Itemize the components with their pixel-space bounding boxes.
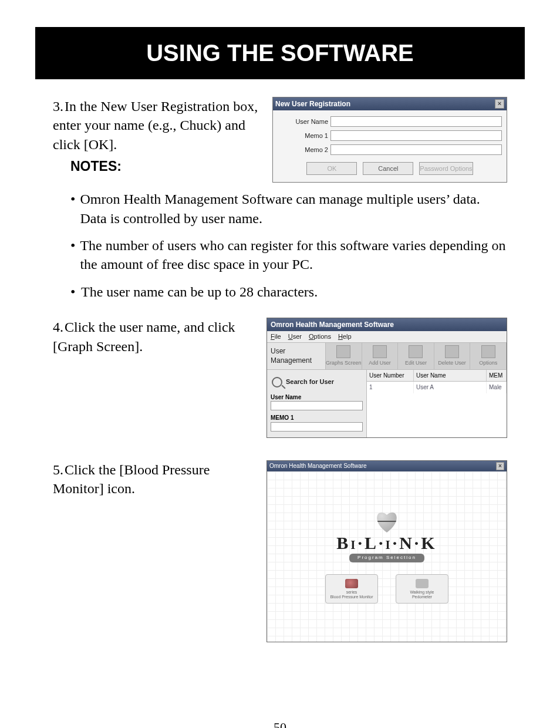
- search-header: Search for User: [272, 377, 363, 387]
- page-content: 3.In the New User Registration box, ente…: [53, 97, 507, 642]
- step-5-row: 5.Click the [Blood Pressure Monitor] ico…: [53, 460, 507, 642]
- close-icon[interactable]: ×: [495, 99, 504, 109]
- close-icon[interactable]: ×: [496, 462, 504, 470]
- memo1-label: Memo 1: [278, 132, 330, 140]
- user-name-label: User Name: [278, 117, 330, 126]
- window3-body: Bi·L·i·N·K Program Selection series Bloo…: [267, 471, 507, 642]
- memo2-input[interactable]: [330, 144, 502, 155]
- delete-user-icon: [445, 345, 459, 358]
- step-4-row: 4.Click the user name, and click [Graph …: [53, 318, 507, 437]
- note-text: Omron Health Management Software can man…: [80, 190, 507, 228]
- page-number: 50: [0, 720, 560, 728]
- user-management-label: User Management: [267, 343, 326, 369]
- user-list-row[interactable]: 1 User A Male: [367, 382, 507, 393]
- search-header-label: Search for User: [286, 378, 334, 386]
- search-icon: [272, 377, 282, 387]
- bilink-logo-area: Bi·L·i·N·K Program Selection: [336, 509, 437, 562]
- menu-help[interactable]: Help: [338, 332, 352, 341]
- memo1-row: Memo 1: [278, 130, 502, 141]
- col-user-number: User Number: [367, 370, 414, 382]
- notes-heading: NOTES:: [70, 157, 264, 176]
- note-item: •Omron Health Management Software can ma…: [70, 190, 507, 228]
- program-selection-label: Program Selection: [349, 554, 424, 562]
- page-title-banner: USING THE SOFTWARE: [35, 27, 525, 79]
- menu-bar: File User Options Help: [267, 331, 507, 342]
- window3-title: Omron Health Management Software: [269, 462, 367, 470]
- memo2-row: Memo 2: [278, 144, 502, 155]
- cell-user-name: User A: [414, 382, 487, 393]
- delete-user-button[interactable]: Delete User: [434, 343, 471, 369]
- bpm-line1: series: [346, 590, 357, 595]
- edit-user-button[interactable]: Edit User: [398, 343, 434, 369]
- user-name-row: User Name: [278, 116, 502, 127]
- user-name-input[interactable]: [330, 116, 502, 127]
- bullet-icon: •: [70, 282, 76, 301]
- note-item: •The number of users who can register fo…: [70, 236, 507, 274]
- step-5-body: Click the [Blood Pressure Monitor] icon.: [53, 462, 210, 496]
- col-user-name: User Name: [414, 370, 487, 382]
- cell-user-number: 1: [367, 382, 414, 393]
- memo2-label: Memo 2: [278, 146, 330, 154]
- pedometer-button[interactable]: Walking style Pedometer: [396, 574, 448, 604]
- note-item: •The user name can be up to 28 character…: [70, 282, 507, 301]
- password-options-button[interactable]: Password Options: [419, 162, 473, 175]
- blood-pressure-monitor-button[interactable]: series Blood Pressure Monitor: [325, 574, 378, 604]
- step-5-number: 5.: [53, 460, 65, 479]
- ok-button[interactable]: OK: [306, 162, 357, 175]
- col-mem: MEM: [487, 370, 507, 382]
- options-icon: [481, 345, 495, 358]
- user-list-header: User Number User Name MEM: [367, 370, 507, 382]
- note-text: The user name can be up to 28 characters…: [81, 282, 318, 301]
- dialog-title: New User Registration: [275, 99, 350, 109]
- program-icon-row: series Blood Pressure Monitor Walking st…: [325, 574, 448, 604]
- memo1-input[interactable]: [330, 130, 502, 141]
- cancel-button[interactable]: Cancel: [363, 162, 413, 175]
- search-user-name-label: User Name: [271, 393, 363, 402]
- dialog-button-row: OK Cancel Password Options: [278, 159, 502, 178]
- search-memo1-label: MEMO 1: [271, 414, 363, 422]
- heart-icon: [374, 509, 400, 532]
- add-user-button[interactable]: Add User: [362, 343, 399, 369]
- menu-file[interactable]: File: [271, 332, 281, 341]
- bpm-icon: [345, 579, 358, 588]
- dialog-titlebar: New User Registration ×: [273, 97, 507, 110]
- options-button[interactable]: Options: [470, 343, 507, 369]
- notes-list: •Omron Health Management Software can ma…: [70, 190, 507, 301]
- step-4-body: Click the user name, and click [Graph Sc…: [53, 319, 235, 353]
- window2-titlebar: Omron Health Management Software: [267, 318, 507, 331]
- bilink-window: Omron Health Management Software × Bi·L·…: [266, 460, 507, 642]
- step-3-body: In the New User Registration box, enter …: [53, 99, 258, 152]
- graphs-screen-icon: [336, 345, 350, 358]
- step-3-number: 3.: [53, 97, 65, 116]
- bullet-icon: •: [70, 190, 75, 228]
- manual-page: USING THE SOFTWARE 3.In the New User Reg…: [0, 27, 560, 728]
- search-memo1-input[interactable]: [271, 422, 363, 432]
- toolbar: User Management Graphs Screen Add User E…: [267, 342, 507, 369]
- user-management-window: Omron Health Management Software File Us…: [266, 318, 507, 437]
- cell-mem: Male: [487, 382, 507, 393]
- search-panel: Search for User User Name MEMO 1: [267, 370, 367, 437]
- pedometer-icon: [416, 579, 429, 588]
- new-user-registration-dialog: New User Registration × User Name Memo 1…: [272, 97, 507, 183]
- window2-body: Search for User User Name MEMO 1 User Nu…: [267, 370, 507, 437]
- note-text: The number of users who can register for…: [80, 236, 507, 274]
- bilink-brand: Bi·L·i·N·K: [336, 531, 437, 555]
- bpm-line2: Blood Pressure Monitor: [330, 595, 373, 599]
- search-user-name-input[interactable]: [271, 401, 363, 410]
- step-3-text: 3.In the New User Registration box, ente…: [53, 97, 264, 180]
- step-3-row: 3.In the New User Registration box, ente…: [53, 97, 507, 183]
- menu-options[interactable]: Options: [309, 332, 331, 341]
- user-list: User Number User Name MEM 1 User A Male: [367, 370, 507, 437]
- step-4-text: 4.Click the user name, and click [Graph …: [53, 318, 258, 356]
- step-5-text: 5.Click the [Blood Pressure Monitor] ico…: [53, 460, 258, 498]
- dialog-body: User Name Memo 1 Memo 2 OK Cancel P: [273, 110, 507, 182]
- edit-user-icon: [409, 345, 423, 358]
- step-4-number: 4.: [53, 318, 65, 336]
- window3-titlebar: Omron Health Management Software ×: [267, 461, 507, 471]
- bullet-icon: •: [70, 236, 75, 274]
- ped-line1: Walking style: [410, 590, 434, 595]
- graphs-screen-button[interactable]: Graphs Screen: [326, 343, 362, 369]
- window2-title: Omron Health Management Software: [271, 321, 394, 329]
- menu-user[interactable]: User: [288, 332, 302, 341]
- ped-line2: Pedometer: [412, 595, 432, 599]
